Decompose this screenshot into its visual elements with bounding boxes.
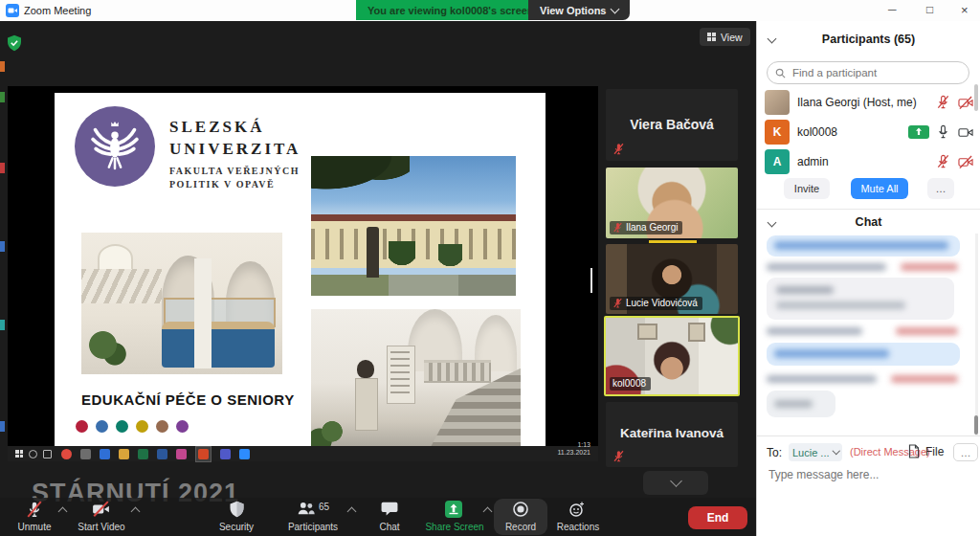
tile-name-chip: Ilana Georgi <box>610 221 682 234</box>
reactions-label[interactable]: Reactions <box>551 522 605 532</box>
chat-compose-divider <box>757 436 980 436</box>
participant-name: admin <box>797 155 829 168</box>
chat-scrollbar-handle[interactable] <box>974 415 978 435</box>
blurred-message-text <box>774 349 889 358</box>
zoom-meeting-window: { "titlebar": { "title": "Zoom Meeting",… <box>0 0 980 536</box>
window-title: Zoom Meeting <box>24 5 91 16</box>
unmute-label[interactable]: Unmute <box>8 522 61 532</box>
chat-more-button[interactable]: … <box>953 443 978 461</box>
tile-participant-name: Kateřina Ivanová <box>606 426 738 440</box>
record-label[interactable]: Record <box>499 522 543 532</box>
photo-university-building <box>311 156 516 296</box>
share-screen-label[interactable]: Share Screen <box>421 522 488 532</box>
chat-message-input[interactable] <box>767 467 971 482</box>
chat-message-meta-blurred <box>767 375 960 385</box>
shared-screen-video: SLEZSKÁ UNIVERZITA FAKULTA VEŘEJNÝCH POL… <box>8 86 598 461</box>
view-options-button[interactable]: View Options <box>528 0 630 20</box>
muted-mic-icon <box>612 298 623 308</box>
collapse-video-strip-button[interactable] <box>643 471 708 495</box>
participants-scrollbar[interactable] <box>974 84 978 111</box>
start-video-label[interactable]: Start Video <box>69 522 134 532</box>
chat-recipient-dropdown[interactable]: Lucie ... <box>789 443 842 461</box>
chat-panel-title: Chat <box>757 215 980 229</box>
tile-participant-name: Ilana Georgi <box>626 222 678 233</box>
participants-icon[interactable] <box>297 501 316 517</box>
university-logo <box>75 106 155 187</box>
photo-reception-interior <box>81 233 282 374</box>
participant-row-ilana-georgi[interactable]: Ilana Georgi (Host, me) <box>765 90 973 115</box>
file-button-label[interactable]: File <box>925 445 944 458</box>
video-tile-kol0008-active-speaker[interactable]: kol0008 <box>604 316 740 396</box>
task-view-icon <box>43 450 52 458</box>
muted-mic-icon <box>612 450 625 462</box>
avatar: A <box>765 149 790 174</box>
video-tile-ilana-georgi[interactable]: Ilana Georgi <box>606 168 738 238</box>
close-button[interactable]: × <box>961 3 969 17</box>
taskbar-icon-acrobat <box>80 449 91 459</box>
mute-all-button[interactable]: Mute All <box>851 178 908 199</box>
chat-message-blurred <box>767 278 954 320</box>
screen-edge-artifact <box>0 163 5 173</box>
participant-search-input[interactable] <box>791 66 957 79</box>
end-meeting-button[interactable]: End <box>688 506 747 529</box>
tile-name-chip: Lucie Vidovićová <box>610 297 702 310</box>
video-tile-viera-bacova[interactable]: Viera Bačová <box>606 89 738 161</box>
screen-scrollbar-artifact <box>590 268 592 293</box>
video-off-icon <box>958 155 973 169</box>
taskbar-icon-messaging <box>239 449 250 459</box>
participants-panel-title: Participants (65) <box>757 33 980 46</box>
avatar-letter: K <box>773 125 782 139</box>
screen-edge-artifact <box>0 421 5 432</box>
blurred-message-text <box>774 400 813 408</box>
start-video-icon[interactable] <box>92 501 110 518</box>
participants-more-button[interactable]: … <box>927 178 954 199</box>
participant-search-box[interactable] <box>767 61 969 84</box>
share-screen-icon[interactable] <box>445 501 462 518</box>
host-highlight-bar <box>649 240 697 243</box>
invite-button[interactable]: Invite <box>784 178 830 199</box>
view-button[interactable]: View <box>700 28 750 46</box>
avatar-letter: A <box>773 155 782 168</box>
video-tile-katerina-ivanova[interactable]: Kateřina Ivanová <box>606 402 738 467</box>
mic-on-icon <box>936 124 950 139</box>
participant-row-admin[interactable]: A admin <box>765 149 973 174</box>
chat-recipient-name: Lucie ... <box>792 447 830 458</box>
reactions-icon[interactable] <box>568 501 586 518</box>
start-button-icon <box>15 450 23 458</box>
search-icon <box>775 68 786 78</box>
slide-heading: EDUKAČNÍ PÉČE O SENIORY <box>81 391 295 408</box>
participant-name: Ilana Georgi (Host, me) <box>797 96 917 109</box>
taskbar-icon-word <box>157 449 167 459</box>
chevron-down-icon <box>670 475 682 487</box>
invite-label: Invite <box>794 183 819 194</box>
unmute-icon[interactable] <box>26 501 43 518</box>
picture-frame <box>688 323 705 342</box>
security-label[interactable]: Security <box>212 522 261 532</box>
minimize-button[interactable]: ─ <box>888 3 897 16</box>
video-tile-lucie-vidovicova[interactable]: Lucie Vidovićová <box>606 244 738 314</box>
maximize-button[interactable]: □ <box>926 3 933 16</box>
tile-participant-name: kol0008 <box>612 378 646 389</box>
slide-color-dots <box>76 420 189 433</box>
file-icon[interactable] <box>908 444 920 458</box>
dot-blue <box>96 420 108 433</box>
university-name-line1: SLEZSKÁ <box>169 118 264 137</box>
panel-divider <box>757 209 980 210</box>
mute-all-label: Mute All <box>860 183 898 194</box>
chat-icon[interactable] <box>381 501 398 517</box>
participant-row-kol0008[interactable]: K kol0008 <box>765 120 973 145</box>
dot-teal <box>116 420 128 433</box>
chat-to-label: To: <box>767 446 782 459</box>
encryption-shield-icon <box>7 34 22 53</box>
record-icon[interactable] <box>512 501 529 518</box>
muted-mic-icon <box>612 143 625 155</box>
photo-staircase-hall <box>311 309 521 450</box>
view-options-label: View Options <box>540 5 606 16</box>
security-icon[interactable] <box>229 501 245 518</box>
participants-label[interactable]: Participants <box>281 522 345 532</box>
chat-label[interactable]: Chat <box>374 522 405 532</box>
screen-sharing-indicator-icon <box>908 125 929 139</box>
taskbar-icon-file-explorer <box>119 449 129 459</box>
dot-purple <box>176 420 189 433</box>
chat-scrollbar-track[interactable] <box>975 234 978 436</box>
